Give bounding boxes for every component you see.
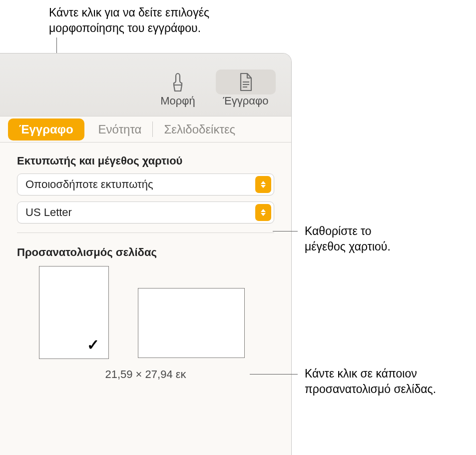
callout-orientation: Κάντε κλικ σε κάποιονπροσανατολισμό σελί… [305, 366, 436, 397]
brush-icon [148, 70, 208, 94]
toolbar-format-button[interactable]: Μορφή [148, 70, 208, 108]
toolbar-format-label: Μορφή [148, 94, 208, 108]
callout-paper-size: Καθορίστε τομέγεθος χαρτιού. [305, 224, 391, 254]
popup-arrows-icon [255, 176, 271, 193]
inspector-panel: ασία Μορφή Έγγραφο [0, 53, 292, 455]
checkmark-icon: ✓ [87, 336, 99, 354]
orientation-portrait-button[interactable]: ✓ [39, 266, 109, 359]
orientation-title: Προσανατολισμός σελίδας [17, 246, 274, 259]
toolbar-document-button[interactable]: Έγγραφο [216, 70, 276, 108]
document-icon [216, 70, 276, 94]
paper-size-popup[interactable]: US Letter [17, 202, 274, 224]
callout-document-tab: Κάντε κλικ για να δείτε επιλογέςμορφοποί… [49, 5, 209, 36]
popup-arrows-icon [255, 204, 271, 221]
callout-line [273, 231, 298, 232]
tab-document[interactable]: Έγγραφο [8, 118, 84, 140]
inspector-tabs: Έγγραφο Ενότητα Σελιδοδείκτες [0, 116, 291, 142]
orientation-landscape-button[interactable] [138, 288, 245, 358]
printer-popup[interactable]: Οποιοσδήποτε εκτυπωτής [17, 174, 274, 196]
callout-line [250, 374, 298, 374]
printer-paper-section: Εκτυπωτής και μέγεθος χαρτιού Οποιοσδήπο… [0, 142, 291, 233]
toolbar-document-label: Έγγραφο [216, 94, 276, 108]
page-dimensions-label: 21,59 × 27,94 εκ [17, 368, 274, 381]
paper-size-popup-value: US Letter [17, 206, 255, 219]
printer-section-title: Εκτυπωτής και μέγεθος χαρτιού [17, 154, 274, 168]
tab-bookmarks[interactable]: Σελιδοδείκτες [153, 116, 246, 142]
printer-popup-value: Οποιοσδήποτε εκτυπωτής [17, 178, 255, 191]
tab-section[interactable]: Ενότητα [87, 116, 153, 142]
orientation-section: Προσανατολισμός σελίδας ✓ 21,59 × 27,94 … [0, 233, 291, 381]
toolbar: ασία Μορφή Έγγραφο [0, 54, 291, 116]
